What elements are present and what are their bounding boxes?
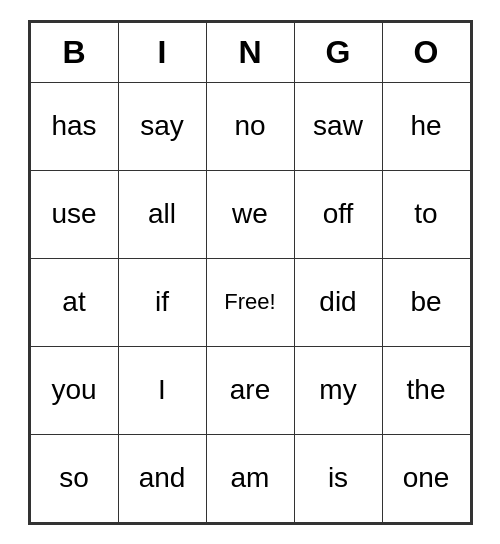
table-row: at if Free! did be [30,258,470,346]
cell-r2c2: all [118,170,206,258]
cell-r5c4: is [294,434,382,522]
cell-r2c1: use [30,170,118,258]
cell-r5c2: and [118,434,206,522]
cell-r3c4: did [294,258,382,346]
cell-r1c4: saw [294,82,382,170]
table-row: use all we off to [30,170,470,258]
cell-r2c4: off [294,170,382,258]
cell-r1c1: has [30,82,118,170]
cell-r4c2: I [118,346,206,434]
cell-r5c1: so [30,434,118,522]
header-n: N [206,22,294,82]
header-row: B I N G O [30,22,470,82]
cell-r5c3: am [206,434,294,522]
cell-r4c3: are [206,346,294,434]
cell-r4c4: my [294,346,382,434]
cell-r1c2: say [118,82,206,170]
cell-r2c3: we [206,170,294,258]
header-i: I [118,22,206,82]
cell-r1c5: he [382,82,470,170]
table-row: so and am is one [30,434,470,522]
bingo-table: B I N G O has say no saw he use all we o… [30,22,471,523]
cell-r3c3-free: Free! [206,258,294,346]
cell-r1c3: no [206,82,294,170]
header-o: O [382,22,470,82]
table-row: you I are my the [30,346,470,434]
table-row: has say no saw he [30,82,470,170]
cell-r4c1: you [30,346,118,434]
cell-r4c5: the [382,346,470,434]
header-b: B [30,22,118,82]
cell-r3c5: be [382,258,470,346]
cell-r3c1: at [30,258,118,346]
cell-r3c2: if [118,258,206,346]
header-g: G [294,22,382,82]
cell-r2c5: to [382,170,470,258]
cell-r5c5: one [382,434,470,522]
bingo-card: B I N G O has say no saw he use all we o… [28,20,473,525]
